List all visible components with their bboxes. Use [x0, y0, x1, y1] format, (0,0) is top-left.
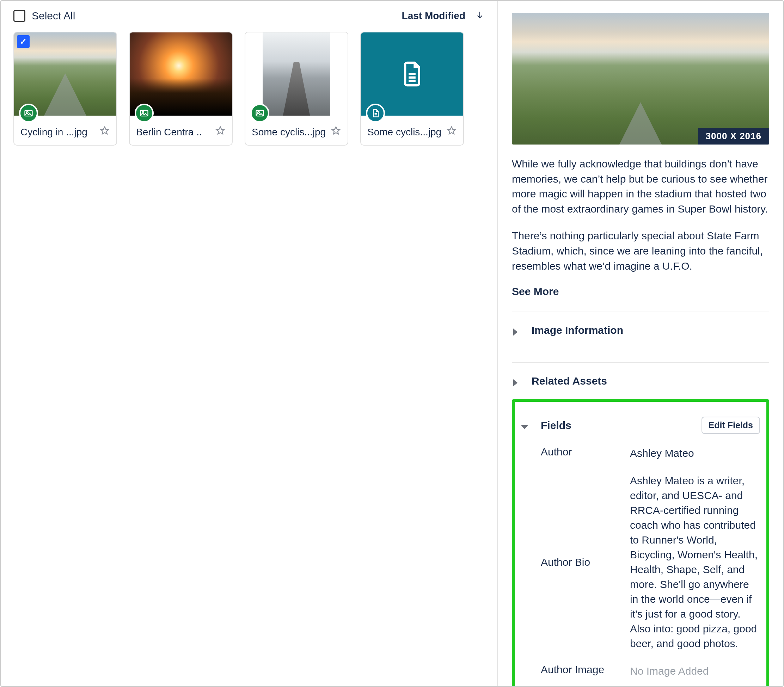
image-info-section: Image Information [512, 312, 769, 348]
asset-card[interactable]: Some cyclis...jpg [360, 32, 464, 146]
image-type-icon [250, 104, 270, 123]
asset-card[interactable]: Cycling in ...jpg [13, 32, 117, 146]
see-more-link[interactable]: See More [512, 286, 769, 297]
select-all-label: Select All [32, 10, 75, 22]
asset-thumb[interactable] [14, 33, 116, 116]
image-type-icon [19, 104, 38, 123]
asset-name: Some cyclis...jpg [367, 127, 441, 138]
sort-control[interactable]: Last Modified [402, 10, 484, 22]
fields-body: Author Ashley Mateo Author Bio Ashley Ma… [521, 446, 760, 686]
fields-highlight-box: Fields Edit Fields Author Ashley Mateo A… [512, 399, 769, 686]
author-label: Author [541, 446, 624, 458]
author-image-label: Author Image [541, 664, 624, 676]
section-title: Image Information [532, 324, 623, 336]
app-root: Select All Last Modified [0, 0, 784, 687]
select-all[interactable]: Select All [13, 10, 75, 22]
asset-card[interactable]: Some cyclis...jpg [245, 32, 348, 146]
author-value: Ashley Mateo [630, 446, 760, 461]
description: While we fully acknowledge that building… [512, 156, 769, 273]
description-p2: There’s nothing particularly special abo… [512, 228, 769, 273]
asset-thumb[interactable] [361, 33, 463, 116]
image-dimensions: 3000 X 2016 [698, 128, 769, 145]
asset-thumb[interactable] [245, 33, 348, 116]
image-info-header[interactable]: Image Information [512, 312, 769, 348]
chevron-right-icon [512, 327, 519, 334]
related-assets-section: Related Assets [512, 362, 769, 399]
author-image-value: No Image Added [630, 664, 760, 679]
asset-name: Berlin Centra .. [136, 127, 202, 138]
sort-desc-icon [475, 10, 484, 22]
list-toolbar: Select All Last Modified [13, 8, 484, 28]
favorite-star-icon[interactable] [215, 125, 225, 138]
section-title: Fields [541, 419, 572, 431]
asset-list-pane: Select All Last Modified [1, 1, 498, 686]
author-bio-value: Ashley Mateo is a writer, editor, and UE… [630, 473, 760, 651]
document-icon [401, 61, 422, 87]
asset-name: Cycling in ...jpg [20, 127, 87, 138]
chevron-right-icon [512, 378, 519, 385]
related-assets-header[interactable]: Related Assets [512, 363, 769, 399]
asset-card[interactable]: Berlin Centra .. [129, 32, 233, 146]
description-p1: While we fully acknowledge that building… [512, 156, 769, 217]
favorite-star-icon[interactable] [446, 125, 457, 138]
chevron-down-icon [521, 422, 528, 429]
fields-header[interactable]: Fields Edit Fields [521, 405, 760, 446]
asset-name: Some cyclis...jpg [252, 127, 326, 138]
preview-image[interactable]: 3000 X 2016 [512, 13, 769, 145]
author-bio-label: Author Bio [541, 556, 624, 568]
section-title: Related Assets [532, 375, 607, 387]
sort-label: Last Modified [402, 10, 465, 21]
selected-check-icon [17, 35, 30, 48]
favorite-star-icon[interactable] [331, 125, 341, 138]
fields-section: Fields Edit Fields Author Ashley Mateo A… [521, 405, 760, 686]
edit-fields-button[interactable]: Edit Fields [702, 417, 760, 434]
image-type-icon [135, 104, 154, 123]
favorite-star-icon[interactable] [99, 125, 110, 138]
asset-grid: Cycling in ...jpg Berlin Centra .. [13, 32, 484, 146]
document-type-icon [366, 104, 385, 123]
asset-thumb[interactable] [130, 33, 232, 116]
detail-pane: 3000 X 2016 While we fully acknowledge t… [498, 1, 783, 686]
select-all-checkbox[interactable] [13, 10, 25, 22]
